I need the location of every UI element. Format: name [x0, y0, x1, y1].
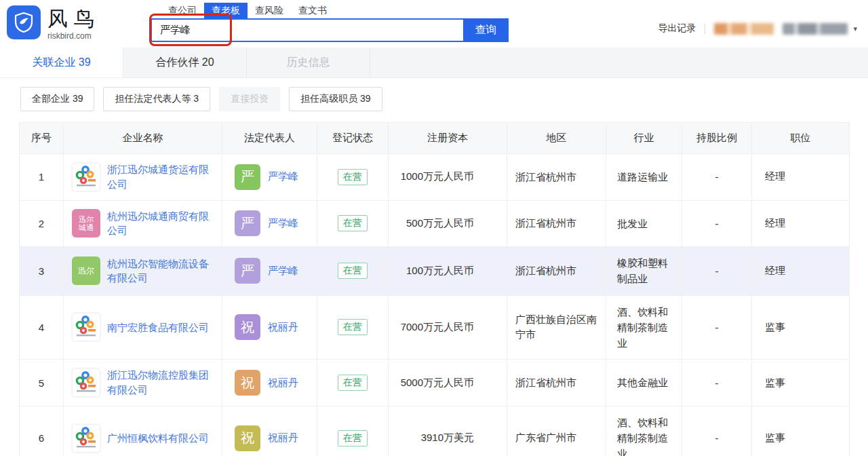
redacted-account-info[interactable] — [783, 23, 848, 35]
region: 浙江省杭州市 — [507, 360, 606, 406]
position: 监事 — [752, 360, 850, 406]
tab-related-companies[interactable]: 关联企业 39 — [0, 48, 123, 77]
legal-rep-link[interactable]: 祝丽丹 — [268, 321, 298, 334]
industry: 其他金融业 — [606, 360, 682, 406]
legal-rep-link[interactable]: 祝丽丹 — [268, 377, 298, 390]
results-table-wrap: 序号企业名称法定代表人登记状态注册资本地区行业持股比例职位 1浙江迅尔城通货运有… — [19, 122, 849, 456]
row-index: 3 — [20, 247, 64, 296]
legal-rep-link[interactable]: 祝丽丹 — [268, 432, 298, 444]
filter-senior-staff[interactable]: 担任高级职员 39 — [289, 87, 382, 111]
industry: 橡胶和塑料制品业 — [606, 247, 682, 296]
brand[interactable]: 风鸟 riskbird.com — [7, 5, 100, 41]
company-logo-group-icon — [72, 163, 100, 191]
legal-rep-link[interactable]: 严学峰 — [268, 265, 298, 278]
legal-rep-link[interactable]: 严学峰 — [268, 170, 298, 183]
company-logo-group-icon — [72, 368, 100, 397]
status-badge: 在营 — [338, 375, 368, 391]
status-badge: 在营 — [338, 169, 368, 185]
region: 浙江省杭州市 — [507, 247, 606, 296]
share-ratio: - — [682, 247, 752, 296]
row-index: 2 — [20, 200, 64, 247]
share-ratio: - — [682, 360, 752, 406]
search-button[interactable]: 查询 — [463, 18, 509, 42]
row-index: 5 — [20, 360, 64, 406]
filter-bar: 全部企业 39担任法定代表人等 3直接投资担任高级职员 39 — [0, 78, 868, 122]
row-index: 1 — [20, 154, 64, 201]
table-row: 4南宁宏胜食品有限公司祝祝丽丹在营7000万元人民币广西壮族自治区南宁市酒、饮料… — [20, 295, 850, 360]
region: 浙江省杭州市 — [507, 154, 606, 201]
legal-rep-avatar: 祝 — [235, 370, 260, 396]
tab-partners[interactable]: 合作伙伴 20 — [123, 48, 247, 77]
company-name-link[interactable]: 浙江迅尔城通货运有限公司 — [107, 162, 215, 192]
company-logo-group-icon — [72, 313, 100, 341]
legal-rep-cell: 严严学峰 — [235, 210, 310, 236]
chevron-down-icon[interactable]: ▾ — [853, 24, 857, 33]
legal-rep-link[interactable]: 严学峰 — [268, 217, 298, 230]
row-index: 4 — [20, 295, 64, 360]
legal-rep-avatar: 严 — [235, 164, 260, 190]
brand-text: 风鸟 riskbird.com — [47, 5, 100, 41]
company-name-link[interactable]: 杭州迅尔城通商贸有限公司 — [107, 209, 215, 239]
search-input[interactable] — [151, 18, 463, 42]
table-row: 3迅尔杭州迅尔智能物流设备有限公司严严学峰在营100万元人民币浙江省杭州市橡胶和… — [20, 247, 850, 296]
table-body: 1浙江迅尔城通货运有限公司严严学峰在营1000万元人民币浙江省杭州市道路运输业-… — [20, 154, 850, 456]
position: 监事 — [752, 295, 850, 360]
legal-rep-cell: 祝祝丽丹 — [235, 314, 310, 340]
registered-capital: 500万元人民币 — [389, 200, 507, 247]
divider — [705, 24, 705, 34]
riskbird-logo-icon — [7, 5, 41, 39]
nav-tab-boss[interactable]: 查老板 — [204, 3, 248, 19]
brand-domain: riskbird.com — [47, 31, 100, 41]
table-row: 6广州恒枫饮料有限公司祝祝丽丹在营3910万美元广东省广州市酒、饮料和精制茶制造… — [20, 406, 850, 456]
redacted-vip-info — [714, 23, 774, 35]
column-header: 地区 — [507, 123, 606, 154]
legal-rep-cell: 祝祝丽丹 — [235, 370, 310, 396]
table-header-row: 序号企业名称法定代表人登记状态注册资本地区行业持股比例职位 — [20, 123, 850, 154]
export-records-link[interactable]: 导出记录 — [658, 22, 696, 35]
search-bar: 查询 — [151, 18, 509, 42]
column-header: 持股比例 — [682, 123, 752, 154]
status-badge: 在营 — [338, 263, 368, 279]
company-cell: 广州恒枫饮料有限公司 — [72, 424, 215, 453]
search-type-tabs: 查公司查老板查风险查文书 — [161, 3, 334, 19]
nav-tab-document[interactable]: 查文书 — [291, 3, 334, 19]
company-logo-group-icon — [72, 424, 100, 453]
company-cell: 浙江迅尔城通货运有限公司 — [72, 162, 215, 192]
column-header: 行业 — [606, 123, 682, 154]
region: 浙江省杭州市 — [507, 200, 606, 247]
column-header: 登记状态 — [317, 123, 389, 154]
share-ratio: - — [682, 406, 752, 456]
table-row: 1浙江迅尔城通货运有限公司严严学峰在营1000万元人民币浙江省杭州市道路运输业-… — [20, 154, 850, 201]
nav-tab-company[interactable]: 查公司 — [161, 3, 204, 19]
company-name-link[interactable]: 南宁宏胜食品有限公司 — [107, 320, 209, 335]
row-index: 6 — [20, 406, 64, 456]
company-name-link[interactable]: 浙江迅尔物流控股集团有限公司 — [107, 368, 215, 398]
legal-rep-cell: 严严学峰 — [235, 258, 310, 284]
nav-tab-risk[interactable]: 查风险 — [248, 3, 291, 19]
status-badge: 在营 — [338, 215, 368, 231]
company-cell: 南宁宏胜食品有限公司 — [72, 313, 215, 341]
share-ratio: - — [682, 200, 752, 247]
table-row: 2迅尔城通杭州迅尔城通商贸有限公司严严学峰在营500万元人民币浙江省杭州市批发业… — [20, 200, 850, 247]
filter-all-companies[interactable]: 全部企业 39 — [20, 87, 94, 111]
company-cell: 浙江迅尔物流控股集团有限公司 — [72, 368, 215, 398]
position: 监事 — [752, 406, 850, 456]
header-right: 导出记录 ▾ — [658, 22, 857, 35]
position: 经理 — [752, 154, 850, 201]
company-name-link[interactable]: 杭州迅尔智能物流设备有限公司 — [107, 256, 215, 286]
status-badge: 在营 — [338, 319, 368, 335]
column-header: 序号 — [20, 123, 64, 154]
company-logo-text-icon: 迅尔城通 — [72, 209, 100, 238]
tab-history: 历史信息 — [247, 48, 370, 77]
status-badge: 在营 — [338, 430, 368, 446]
column-header: 注册资本 — [389, 123, 507, 154]
company-name-link[interactable]: 广州恒枫饮料有限公司 — [107, 431, 209, 446]
company-cell: 迅尔杭州迅尔智能物流设备有限公司 — [72, 256, 215, 286]
registered-capital: 100万元人民币 — [389, 247, 507, 296]
table-row: 5浙江迅尔物流控股集团有限公司祝祝丽丹在营5000万元人民币浙江省杭州市其他金融… — [20, 360, 850, 406]
column-header: 职位 — [752, 123, 850, 154]
filter-legal-rep[interactable]: 担任法定代表人等 3 — [103, 87, 210, 111]
legal-rep-avatar: 祝 — [235, 314, 260, 340]
registered-capital: 1000万元人民币 — [389, 154, 507, 201]
region: 广东省广州市 — [507, 406, 606, 456]
